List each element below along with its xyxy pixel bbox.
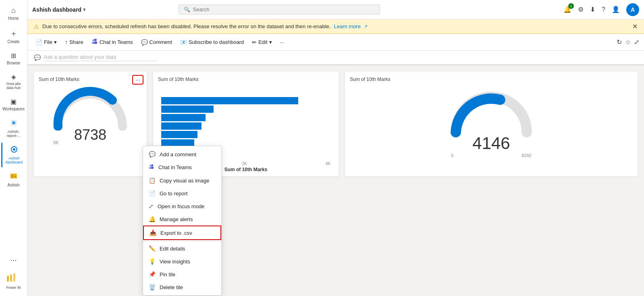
menu-item-add-comment[interactable]: 💬 Add a comment (143, 148, 221, 161)
svg-rect-6 (11, 175, 12, 178)
dashboard-icon (10, 146, 18, 155)
sidebar-item-browse[interactable]: ⊞ Browse (1, 49, 26, 68)
comment-button[interactable]: 💬 Comment (138, 37, 175, 48)
learn-more-link[interactable]: Learn more (334, 23, 360, 29)
more-button[interactable]: ··· (277, 37, 288, 47)
create-icon: ＋ (10, 29, 17, 38)
svg-rect-11 (13, 273, 15, 282)
bar-fill (161, 106, 214, 113)
sidebar-item-onelake[interactable]: ◈ OneLake data hub (1, 70, 26, 93)
go-to-report-icon: 📄 (149, 190, 156, 197)
menu-item-label: Add a comment (160, 151, 196, 157)
menu-item-chat-in-teams[interactable]: Chat in Teams (143, 161, 221, 174)
edit-icon: ✏ (252, 39, 257, 46)
help-icon[interactable]: ? (602, 6, 605, 13)
menu-item-manage-alerts[interactable]: 🔔 Manage alerts (143, 213, 221, 226)
subscribe-button[interactable]: 📧 Subscribe to dashboard (177, 37, 247, 48)
settings-icon[interactable]: ⚙ (578, 6, 584, 13)
menu-item-view-insights[interactable]: 💡 View insights (143, 255, 221, 268)
search-input[interactable] (193, 6, 375, 12)
gauge-min-label: 0K (53, 140, 58, 145)
comment-icon: 💬 (141, 39, 148, 46)
x-label-4k: 4K (326, 161, 330, 166)
more-label: ··· (280, 39, 285, 45)
sidebar-item-create[interactable]: ＋ Create (1, 25, 26, 47)
sidebar-item-label: Ashish dashboard (5, 156, 24, 164)
share-label: Share (69, 39, 83, 45)
external-link-icon: ↗ (364, 24, 368, 29)
sidebar-item-ashish-dashboard[interactable]: Ashish dashboard (1, 143, 26, 168)
donut-wrap: 4146 0 8292 (350, 85, 633, 158)
ashish-icon (10, 172, 17, 182)
menu-item-export-csv[interactable]: 📥 Export to .csv (143, 226, 221, 240)
menu-item-copy-visual[interactable]: 📋 Copy visual as image (143, 174, 221, 187)
svg-point-14 (92, 39, 94, 41)
share-button[interactable]: ↑ Share (62, 37, 87, 48)
alert-message: Due to consecutive errors, scheduled ref… (42, 23, 330, 29)
search-bar[interactable]: 🔍 (179, 4, 380, 14)
gauge-value: 8738 (74, 126, 106, 143)
onelake-icon: ◈ (11, 73, 16, 81)
donut-min: 0 (451, 153, 453, 158)
download-icon[interactable]: ⬇ (590, 6, 595, 13)
donut-tile: Sum of 10th Marks 4146 0 8292 (345, 72, 638, 176)
menu-item-label: Export to .csv (160, 230, 192, 236)
sidebar-item-ashish[interactable]: Ashish (1, 169, 26, 190)
dashboard-title[interactable]: Ashish dashboard ▾ (32, 6, 85, 13)
notification-badge: 1 (568, 3, 574, 9)
donut-chart (447, 85, 536, 138)
menu-item-label: Go to report (160, 190, 187, 197)
notifications-icon[interactable]: 🔔 1 (563, 6, 571, 13)
refresh-icon[interactable]: ↻ (617, 38, 622, 46)
bar-row (161, 131, 330, 138)
menu-item-label: Open in focus mode (158, 203, 204, 209)
svg-rect-8 (15, 176, 16, 177)
share-icon: ↑ (65, 39, 68, 46)
donut-minmax: 0 8292 (451, 153, 532, 158)
tile-menu-button[interactable]: ··· (132, 75, 143, 85)
menu-item-go-to-report[interactable]: 📄 Go to report (143, 187, 221, 200)
bar-row (161, 106, 330, 113)
menu-item-edit-details[interactable]: ✏️ Edit details (143, 242, 221, 255)
sidebar-more-button[interactable]: ··· (7, 252, 20, 268)
bar-tile-title: Sum of 10th Marks (158, 77, 334, 82)
sidebar-item-label: Ashish-report-... (4, 130, 24, 138)
export-csv-icon: 📥 (150, 230, 156, 236)
alert-close-button[interactable]: ✕ (632, 23, 638, 30)
file-button[interactable]: 📄 File ▾ (32, 37, 60, 48)
gauge-wrap: 8738 0K (39, 86, 142, 145)
share-icon[interactable]: 👤 (612, 6, 620, 13)
fullscreen-icon[interactable]: ⤢ (634, 38, 639, 46)
avatar[interactable]: A (626, 3, 639, 16)
sidebar-item-ashish-report[interactable]: Ashish-report-... (1, 116, 26, 141)
chat-in-teams-button[interactable]: Chat in Teams (88, 36, 136, 48)
workspaces-icon: ▣ (10, 98, 17, 106)
sidebar-item-label: Create (7, 39, 19, 44)
qa-bar[interactable]: 💬 Ask a question about your data (27, 51, 644, 65)
subscribe-label: Subscribe to dashboard (189, 39, 244, 45)
bar-row (161, 122, 330, 130)
edit-chevron: ▾ (269, 39, 272, 45)
sidebar-item-workspaces[interactable]: ▣ Workspaces (1, 95, 26, 114)
edit-button[interactable]: ✏ Edit ▾ (249, 37, 275, 48)
bar-fill (161, 122, 202, 130)
sidebar-item-label: Home (8, 16, 19, 21)
sidebar-item-label: Browse (7, 61, 20, 65)
favorite-icon[interactable]: ☆ (625, 38, 631, 46)
menu-item-label: Manage alerts (160, 216, 193, 222)
menu-item-open-focus[interactable]: ⤢ Open in focus mode (143, 200, 221, 213)
sidebar-item-home[interactable]: ⌂ Home (1, 3, 26, 24)
menu-item-delete-tile[interactable]: 🗑️ Delete tile (143, 281, 221, 294)
title-chevron: ▾ (83, 7, 85, 12)
qa-placeholder[interactable]: Ask a question about your data (44, 54, 157, 61)
home-icon: ⌂ (11, 6, 16, 15)
add-comment-icon: 💬 (149, 151, 156, 157)
menu-item-label: View insights (160, 259, 190, 265)
copy-visual-icon: 📋 (149, 177, 156, 184)
topnav-actions: 🔔 1 ⚙ ⬇ ? 👤 A (563, 3, 639, 16)
menu-item-pin-tile[interactable]: 📌 Pin tile (143, 268, 221, 281)
chat-in-teams-label: Chat in Teams (100, 39, 133, 45)
svg-rect-9 (7, 276, 9, 282)
sidebar: ⌂ Home ＋ Create ⊞ Browse ◈ OneLake data … (0, 0, 27, 296)
qa-icon: 💬 (34, 54, 41, 61)
